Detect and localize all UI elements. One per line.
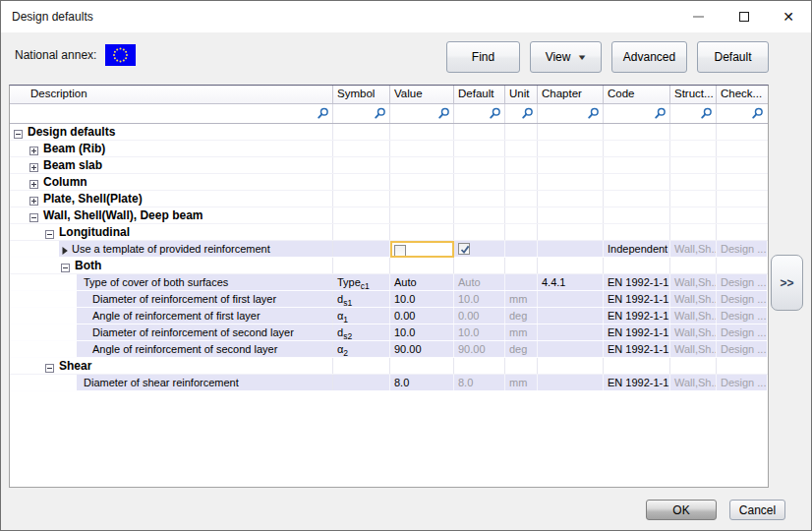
search-icon[interactable] [751, 107, 764, 120]
column-header-struct[interactable]: Struct... [670, 86, 717, 103]
search-icon[interactable] [374, 107, 386, 120]
search-icon[interactable] [654, 107, 667, 120]
column-header-value[interactable]: Value [390, 86, 454, 103]
cell-value[interactable]: 10.0 [390, 324, 454, 340]
table-row[interactable]: Column [10, 174, 768, 191]
column-header-symbol[interactable]: Symbol [333, 86, 390, 103]
filter-cell-value[interactable] [390, 104, 454, 123]
view-button[interactable]: View▼ [530, 41, 602, 73]
filter-cell-symbol[interactable] [333, 104, 390, 123]
default-button[interactable]: Default [697, 41, 769, 73]
tree-collapse-icon[interactable] [61, 261, 70, 269]
table-row[interactable]: Type of cover of both surfacesTypec1Auto… [10, 274, 768, 291]
filter-cell-check[interactable] [717, 104, 767, 123]
column-header-check[interactable]: Check... [717, 86, 767, 103]
search-icon[interactable] [700, 107, 713, 120]
tree-arrow-icon[interactable] [61, 244, 69, 254]
row-label: Diameter of reinforcement of first layer [92, 291, 276, 307]
tree-expand-icon[interactable] [29, 177, 38, 186]
cell-value[interactable] [390, 141, 454, 156]
table-row[interactable]: Longitudinal [10, 224, 768, 241]
cell-code [604, 174, 670, 190]
column-header-code[interactable]: Code [604, 86, 670, 103]
cell-value[interactable] [390, 191, 454, 206]
filter-cell-unit[interactable] [505, 104, 538, 123]
cell-value[interactable]: 0.00 [390, 308, 454, 324]
filter-cell-chapter[interactable] [538, 104, 604, 123]
cell-value[interactable] [390, 124, 454, 140]
column-header-description[interactable]: Description [10, 86, 333, 103]
table-row[interactable]: Angle of reinforcement of first layerα10… [10, 308, 768, 324]
cell-value[interactable] [390, 224, 454, 240]
table-row[interactable]: Beam slab [10, 157, 768, 174]
table-row[interactable]: Diameter of shear reinforcement8.08.0mmE… [10, 375, 768, 391]
cell-value[interactable]: 8.0 [390, 375, 454, 390]
cell-description: Diameter of reinforcement of first layer [10, 291, 333, 307]
cell-value[interactable]: Auto [390, 274, 454, 290]
tree-collapse-icon[interactable] [14, 127, 23, 136]
column-header-chapter[interactable]: Chapter [538, 86, 604, 103]
tree-expand-icon[interactable] [29, 144, 38, 152]
search-icon[interactable] [437, 107, 450, 120]
tree-collapse-icon[interactable] [29, 210, 38, 219]
table-row[interactable]: Use a template of provided reinforcement… [10, 241, 768, 258]
ok-button[interactable]: OK [646, 500, 717, 520]
value-checkbox[interactable] [394, 245, 406, 257]
close-button[interactable]: ✕ [772, 1, 805, 32]
cell-check: Design ... [717, 341, 767, 357]
cell-chapter [538, 141, 604, 156]
cell-chapter [538, 241, 604, 257]
cell-chapter [538, 341, 604, 357]
cell-default: 10.0 [454, 291, 505, 307]
table-row[interactable]: Design defaults [10, 124, 768, 141]
advanced-button[interactable]: Advanced [611, 41, 687, 73]
cell-value[interactable]: 90.00 [390, 341, 454, 357]
cell-value[interactable] [390, 207, 454, 223]
table-row[interactable]: Plate, Shell(Plate) [10, 191, 768, 207]
cell-value[interactable] [390, 358, 454, 374]
find-button[interactable]: Find [446, 41, 520, 73]
cell-description: Design defaults [10, 124, 333, 140]
search-icon[interactable] [317, 107, 329, 120]
minimize-button[interactable] [681, 1, 715, 32]
table-row[interactable]: Shear [10, 358, 768, 375]
cell-chapter [538, 174, 604, 190]
cell-value[interactable] [390, 241, 454, 258]
filter-cell-code[interactable] [604, 104, 670, 123]
table-row[interactable]: Both [10, 258, 768, 274]
cell-value[interactable] [390, 174, 454, 190]
cell-unit [505, 207, 538, 223]
cell-value[interactable] [390, 157, 454, 173]
table-row[interactable]: Beam (Rib) [10, 141, 768, 157]
tree-expand-icon[interactable] [29, 194, 38, 203]
cell-value[interactable]: 10.0 [390, 291, 454, 307]
row-label: Plate, Shell(Plate) [43, 191, 143, 206]
column-header-unit[interactable]: Unit [505, 86, 538, 103]
search-icon[interactable] [587, 107, 600, 120]
search-icon[interactable] [489, 107, 501, 120]
cell-check: Design ... [717, 308, 767, 324]
table-row[interactable]: Angle of reinforcement of second layerα2… [10, 341, 768, 358]
tree-expand-icon[interactable] [29, 160, 38, 169]
column-header-default[interactable]: Default [454, 86, 505, 103]
cancel-button[interactable]: Cancel [729, 500, 785, 520]
filter-cell-struct[interactable] [670, 104, 717, 123]
cell-default [454, 141, 505, 156]
filter-cell-default[interactable] [454, 104, 505, 123]
expand-panel-button[interactable]: >> [771, 255, 803, 311]
table-row[interactable]: Wall, Shell(Wall), Deep beam [10, 207, 768, 224]
tree-collapse-icon[interactable] [45, 361, 54, 370]
cell-chapter [538, 191, 604, 206]
cell-check [717, 157, 767, 173]
cell-description: Type of cover of both surfaces [10, 274, 333, 290]
cell-value[interactable] [390, 258, 454, 273]
maximize-button[interactable] [727, 1, 761, 32]
table-row[interactable]: Diameter of reinforcement of first layer… [10, 291, 768, 308]
cell-struct: Wall,Sh... [670, 241, 717, 257]
tree-collapse-icon[interactable] [45, 227, 54, 236]
search-icon[interactable] [521, 107, 534, 120]
table-row[interactable]: Diameter of reinforcement of second laye… [10, 324, 768, 341]
filter-cell-description[interactable] [10, 104, 333, 123]
cell-symbol [333, 191, 390, 206]
cell-default [454, 174, 505, 190]
